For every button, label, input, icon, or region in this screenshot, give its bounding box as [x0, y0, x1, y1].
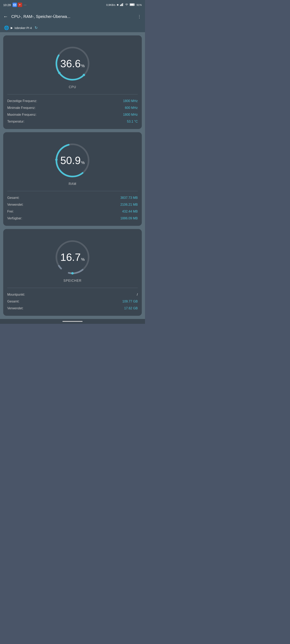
cpu-field-2: Maximale Frequenz: 1800 MHz — [7, 111, 138, 118]
cpu-gauge-value: 36.6 % — [60, 58, 85, 70]
ram-gauge-container: 50.9 % RAM — [7, 136, 138, 188]
cpu-field-3: Temperatur: 53.1 °C — [7, 118, 138, 125]
notification-icons: P — [13, 2, 22, 7]
ram-field-1: Verwendet: 2106.21 MB — [7, 201, 138, 208]
storage-field-1-value: 109.77 GB — [122, 300, 138, 303]
cpu-label: CPU — [69, 85, 76, 89]
storage-percent-sign: % — [81, 257, 85, 262]
ram-field-0-label: Gesamt: — [7, 196, 19, 200]
refresh-button[interactable]: ↻ — [35, 26, 38, 30]
more-options-button[interactable]: ⋮ — [137, 14, 142, 19]
wifi-icon — [125, 3, 129, 7]
notif-icon-red: P — [18, 2, 22, 7]
status-icons-right: 0,9KB/s ✱ 91% — [106, 3, 142, 7]
svg-point-13 — [55, 158, 58, 161]
cpu-field-0-label: Derzeitige Frequenz: — [7, 99, 37, 103]
battery-percent: 91% — [137, 4, 142, 6]
status-dots: ··· — [24, 3, 27, 6]
svg-rect-4 — [122, 3, 123, 6]
cpu-field-1: Minimale Frequenz: 600 MHz — [7, 104, 138, 111]
cpu-field-3-value: 53.1 °C — [127, 120, 138, 123]
svg-rect-6 — [130, 4, 134, 6]
ram-gauge-value: 50.9 % — [60, 154, 85, 166]
svg-rect-0 — [14, 4, 16, 6]
app-title: CPU-, RAM-, Speicher-Überwa... — [11, 14, 134, 19]
storage-field-2: Verwendet: 17.62 GB — [7, 305, 138, 312]
status-left: 10:28 P ··· — [3, 2, 27, 7]
cpu-field-3-label: Temperatur: — [7, 120, 24, 123]
storage-gauge-container: 16.7 % SPEICHER — [7, 233, 138, 284]
ram-field-3: Verfügbar: 1886.09 MB — [7, 215, 138, 222]
ram-fields: Gesamt: 3837.73 MB Verwendet: 2106.21 MB… — [7, 194, 138, 222]
ram-card: 50.9 % RAM Gesamt: 3837.73 MB Verwendet:… — [3, 132, 142, 226]
cpu-field-0: Derzeitige Frequenz: 1800 MHz — [7, 98, 138, 104]
cpu-fields: Derzeitige Frequenz: 1800 MHz Minimale F… — [7, 98, 138, 125]
cpu-gauge-container: 36.6 % CPU — [7, 40, 138, 91]
ram-label: RAM — [69, 182, 77, 186]
storage-field-1-label: Gesamt: — [7, 300, 19, 303]
storage-value-number: 16.7 — [60, 251, 81, 263]
storage-field-2-label: Verwendet: — [7, 306, 23, 310]
ram-field-1-label: Verwendet: — [7, 203, 23, 206]
ram-value-number: 50.9 — [60, 154, 81, 166]
cpu-gauge-wrapper: 36.6 % — [52, 44, 93, 84]
ram-field-2-label: Frei: — [7, 210, 14, 213]
svg-rect-1 — [120, 5, 121, 6]
cpu-percent-sign: % — [81, 64, 85, 68]
cpu-field-0-value: 1800 MHz — [123, 99, 138, 103]
storage-gauge-value: 16.7 % — [60, 251, 85, 263]
svg-rect-2 — [121, 4, 121, 6]
signal-icon — [120, 3, 124, 7]
ram-field-2-value: 432.44 MB — [122, 210, 138, 213]
main-content: 36.6 % CPU Derzeitige Frequenz: 1800 MHz… — [0, 32, 145, 319]
breadcrumb-text: Iobroker PI 4 — [15, 26, 32, 30]
cpu-field-1-label: Minimale Frequenz: — [7, 106, 36, 110]
app-bar: ← CPU-, RAM-, Speicher-Überwa... ⋮ — [0, 10, 145, 23]
cpu-card: 36.6 % CPU Derzeitige Frequenz: 1800 MHz… — [3, 36, 142, 129]
ram-percent-sign: % — [81, 160, 85, 165]
network-speed: 0,9KB/s — [106, 4, 115, 6]
battery-icon — [130, 3, 135, 7]
ram-gauge-wrapper: 50.9 % — [52, 140, 93, 180]
ram-field-3-value: 1886.09 MB — [120, 216, 138, 220]
notif-icon-blue — [13, 2, 17, 7]
cpu-field-2-value: 1800 MHz — [123, 113, 138, 116]
ram-field-3-label: Verfügbar: — [7, 216, 22, 220]
storage-field-2-value: 17.62 GB — [124, 306, 138, 310]
storage-field-0: Mountpunkt: / — [7, 291, 138, 298]
storage-gauge-wrapper: 16.7 % — [52, 237, 93, 277]
storage-card: 16.7 % SPEICHER Mountpunkt: / Gesamt: 10… — [3, 229, 142, 316]
svg-point-16 — [71, 272, 74, 274]
storage-label: SPEICHER — [64, 279, 82, 282]
ram-field-2: Frei: 432.44 MB — [7, 208, 138, 215]
ram-field-1-value: 2106.21 MB — [120, 203, 138, 206]
storage-fields: Mountpunkt: / Gesamt: 109.77 GB Verwende… — [7, 291, 138, 312]
breadcrumb-bar: 🌐 ▶ Iobroker PI 4 ↻ — [0, 23, 145, 32]
storage-divider — [7, 288, 138, 288]
back-button[interactable]: ← — [3, 14, 8, 19]
bottom-indicator — [63, 321, 83, 322]
svg-rect-3 — [122, 4, 122, 6]
storage-field-0-value: / — [137, 293, 138, 296]
storage-field-1: Gesamt: 109.77 GB — [7, 298, 138, 305]
ram-divider — [7, 191, 138, 191]
bottom-bar — [0, 319, 145, 324]
storage-field-0-label: Mountpunkt: — [7, 293, 25, 296]
cpu-value-number: 36.6 — [60, 58, 81, 70]
status-time: 10:28 — [3, 3, 11, 7]
cpu-divider — [7, 94, 138, 94]
cpu-field-2-label: Maximale Frequenz: — [7, 113, 37, 116]
breadcrumb-arrow-icon: ▶ — [11, 26, 13, 30]
ram-field-0: Gesamt: 3837.73 MB — [7, 194, 138, 201]
status-bar: 10:28 P ··· 0,9KB/s ✱ — [0, 0, 145, 10]
bluetooth-icon: ✱ — [117, 4, 119, 6]
ram-field-0-value: 3837.73 MB — [120, 196, 138, 200]
breadcrumb-home-icon: 🌐 — [4, 25, 9, 30]
cpu-field-1-value: 600 MHz — [125, 106, 138, 110]
